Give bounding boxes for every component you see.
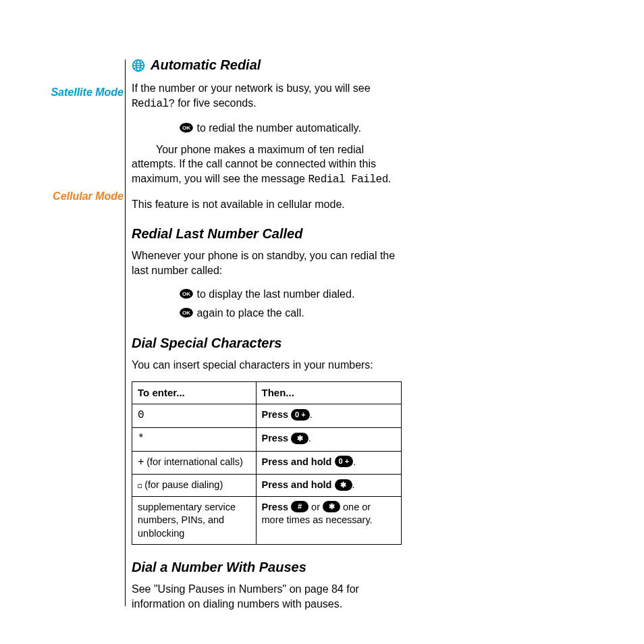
cell-action: Press ✱. [256, 427, 401, 451]
heading-automatic-redial: Automatic Redial [132, 57, 402, 73]
key-star-icon: ✱ [323, 501, 340, 512]
key-zero-plus-icon: 0 + [291, 409, 310, 421]
th-then: Then... [256, 382, 401, 404]
text: . [388, 173, 391, 184]
text: again to place the call. [194, 307, 304, 319]
bold: Press [262, 433, 289, 444]
heading-text: Automatic Redial [151, 57, 261, 73]
cell-char: supplementary service numbers, PINs, and… [132, 496, 257, 545]
para-redial-last-1: Whenever your phone is on standby, you c… [132, 248, 402, 277]
text: . [352, 479, 355, 490]
text: (for pause dialing) [142, 479, 223, 490]
bold: Press and hold [262, 456, 332, 467]
cell-action: Press and hold 0 +. [256, 451, 401, 475]
cell-char: 0 [138, 409, 144, 421]
para-cellular-note: This feature is not available in cellula… [132, 197, 402, 212]
text: If the number or your network is busy, y… [132, 82, 371, 94]
ok-icon: OK [179, 122, 194, 134]
para-dial-special-1: You can insert special characters in you… [132, 358, 402, 373]
sidebar-label-satellite: Satellite Mode [27, 86, 124, 99]
ok-icon: OK [179, 288, 194, 300]
bold: Press [262, 502, 289, 512]
bold: Press [262, 409, 289, 420]
text: (for international calls) [144, 456, 243, 467]
para-autoredial-2: Your phone makes a maximum of ten redial… [132, 142, 402, 188]
cell-char: + (for international calls) [132, 451, 257, 475]
table-row: ◻ (for pause dialing) Press and hold ✱. [132, 475, 402, 497]
cell-action: Press 0 +. [256, 404, 401, 428]
table-row: * Press ✱. [132, 427, 402, 451]
svg-text:OK: OK [182, 125, 190, 131]
manual-page: Satellite Mode Cellular Mode Automatic R… [0, 0, 644, 644]
cell-char: * [138, 433, 144, 445]
key-zero-plus-icon: 0 + [335, 456, 354, 467]
text: or [308, 502, 323, 512]
text: . [353, 456, 356, 467]
mono-redial: Redial? [132, 98, 175, 110]
sidebar-label-cellular: Cellular Mode [27, 190, 124, 203]
vertical-divider [125, 59, 126, 606]
table-row: supplementary service numbers, PINs, and… [132, 496, 402, 545]
svg-text:OK: OK [182, 310, 190, 316]
svg-text:OK: OK [182, 291, 190, 297]
key-star-icon: ✱ [335, 479, 352, 491]
ok-instruction-1: OK to redial the number automatically. [179, 121, 402, 136]
th-to-enter: To enter... [132, 382, 257, 404]
globe-icon [132, 59, 145, 72]
ok-instruction-2: OK to display the last number dialed. OK… [179, 287, 402, 320]
heading-dial-pauses: Dial a Number With Pauses [132, 560, 402, 575]
cell-action: Press and hold ✱. [256, 475, 401, 497]
special-chars-table: To enter... Then... 0 Press 0 +. * Press… [132, 381, 402, 545]
cell-action: Press # or ✱ one or more times as necess… [256, 496, 401, 545]
key-hash-icon: # [291, 501, 308, 512]
text: to display the last number dialed. [194, 288, 354, 300]
cell-char: ◻ (for pause dialing) [132, 475, 257, 497]
key-star-icon: ✱ [291, 433, 308, 444]
heading-redial-last: Redial Last Number Called [132, 226, 402, 242]
mono-redial-failed: Redial Failed [308, 173, 387, 186]
para-pauses-1: See "Using Pauses in Numbers" on page 84… [132, 582, 402, 611]
text: . [308, 433, 311, 444]
bold: Press and hold [262, 479, 332, 490]
para-autoredial-1: If the number or your network is busy, y… [132, 81, 402, 111]
text: to redial the number automatically. [194, 122, 361, 134]
heading-dial-special: Dial Special Characters [132, 336, 402, 351]
table-row: + (for international calls) Press and ho… [132, 451, 402, 475]
text: for five seconds. [175, 97, 257, 109]
text: . [310, 409, 313, 420]
sym: + [138, 456, 144, 468]
table-row: 0 Press 0 +. [132, 404, 402, 428]
ok-icon: OK [179, 307, 194, 319]
main-content: Automatic Redial If the number or your n… [132, 57, 402, 621]
